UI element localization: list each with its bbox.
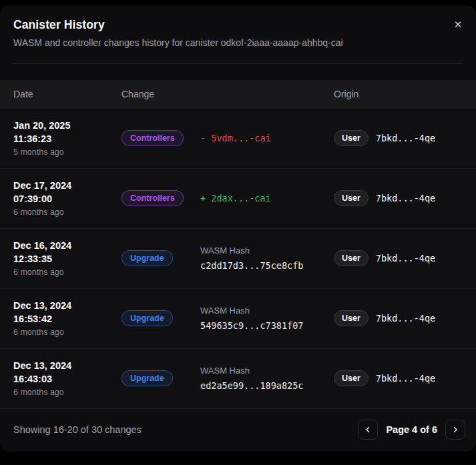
origin-badge: User — [334, 130, 369, 146]
wasm-hash-block: WASM Hash c2dd17d3...75ce8cfb — [200, 246, 303, 271]
change-cell: Controllers - 5vdm...-cai — [122, 130, 334, 146]
row-time: 12:33:35 — [13, 253, 122, 266]
column-header-origin: Origin — [334, 89, 468, 99]
change-type-badge: Upgrade — [122, 310, 173, 326]
origin-cell: User 7bkd...-4qe — [334, 190, 468, 206]
table-row: Dec 13, 2024 16:53:42 6 months ago Upgra… — [0, 289, 476, 349]
modal-header: Canister History WASM and controller cha… — [0, 5, 476, 64]
close-button[interactable]: ✕ — [451, 17, 465, 31]
change-cell: Upgrade WASM Hash c2dd17d3...75ce8cfb — [122, 246, 334, 271]
origin-principal: 7bkd...-4qe — [376, 253, 435, 264]
date-cell: Dec 17, 2024 07:39:00 6 months ago — [13, 179, 122, 217]
wasm-hash-value: c2dd17d3...75ce8cfb — [200, 260, 303, 271]
row-relative-time: 6 months ago — [13, 388, 122, 397]
page-indicator: Page 4 of 6 — [386, 424, 437, 435]
row-relative-time: 6 months ago — [13, 328, 122, 337]
origin-cell: User 7bkd...-4qe — [334, 370, 468, 386]
pagination: Page 4 of 6 — [358, 420, 465, 440]
wasm-hash-label: WASM Hash — [200, 366, 303, 376]
chevron-right-icon — [451, 426, 459, 434]
change-cell: Upgrade WASM Hash 549635c9...c7381f07 — [122, 306, 334, 331]
column-header-date: Date — [13, 89, 122, 99]
modal-footer: Showing 16-20 of 30 changes Page 4 of 6 — [0, 420, 476, 440]
change-type-badge: Upgrade — [122, 250, 173, 266]
row-time: 16:43:03 — [13, 373, 122, 386]
modal-subtitle: WASM and controller changes history for … — [13, 37, 463, 49]
table-header-row: Date Change Origin — [0, 80, 476, 109]
controller-diff-removed: - 5vdm...-cai — [200, 133, 271, 143]
wasm-hash-label: WASM Hash — [200, 306, 303, 316]
change-type-badge: Controllers — [122, 130, 184, 146]
row-relative-time: 6 months ago — [13, 268, 122, 277]
origin-cell: User 7bkd...-4qe — [334, 250, 468, 266]
chevron-left-icon — [364, 426, 372, 434]
row-date: Dec 13, 2024 — [13, 360, 122, 373]
controller-diff-added: + 2dax...-cai — [200, 193, 271, 203]
origin-principal: 7bkd...-4qe — [376, 313, 435, 324]
modal-title: Canister History — [13, 18, 463, 32]
row-relative-time: 5 months ago — [13, 147, 122, 157]
table-row: Dec 13, 2024 16:43:03 6 months ago Upgra… — [0, 349, 476, 409]
wasm-hash-value: ed2a5e99...189a825c — [200, 380, 303, 391]
table-row: Jan 20, 2025 11:36:23 5 months ago Contr… — [0, 109, 476, 169]
pagination-summary: Showing 16-20 of 30 changes — [13, 424, 142, 435]
change-type-badge: Controllers — [122, 190, 184, 206]
origin-principal: 7bkd...-4qe — [376, 373, 435, 384]
wasm-hash-label: WASM Hash — [200, 246, 303, 256]
header-divider — [13, 63, 463, 64]
origin-badge: User — [334, 370, 369, 386]
column-header-change: Change — [122, 89, 334, 99]
origin-principal: 7bkd...-4qe — [376, 193, 435, 203]
previous-page-button[interactable] — [358, 420, 378, 440]
origin-cell: User 7bkd...-4qe — [334, 130, 468, 146]
wasm-hash-block: WASM Hash ed2a5e99...189a825c — [200, 366, 303, 391]
row-date: Dec 16, 2024 — [13, 240, 122, 253]
next-page-button[interactable] — [445, 420, 465, 440]
row-time: 11:36:23 — [13, 133, 122, 146]
table-row: Dec 16, 2024 12:33:35 6 months ago Upgra… — [0, 229, 476, 289]
origin-badge: User — [334, 310, 369, 326]
change-type-badge: Upgrade — [122, 370, 173, 386]
canister-history-modal: Canister History WASM and controller cha… — [0, 5, 476, 452]
origin-principal: 7bkd...-4qe — [376, 133, 435, 143]
row-time: 16:53:42 — [13, 313, 122, 326]
wasm-hash-value: 549635c9...c7381f07 — [200, 320, 303, 331]
table-row: Dec 17, 2024 07:39:00 6 months ago Contr… — [0, 169, 476, 229]
row-date: Dec 13, 2024 — [13, 300, 122, 313]
row-time: 07:39:00 — [13, 193, 122, 206]
wasm-hash-block: WASM Hash 549635c9...c7381f07 — [200, 306, 303, 331]
date-cell: Dec 16, 2024 12:33:35 6 months ago — [13, 240, 122, 277]
change-cell: Controllers + 2dax...-cai — [122, 190, 334, 206]
close-icon: ✕ — [454, 19, 463, 29]
date-cell: Jan 20, 2025 11:36:23 5 months ago — [13, 119, 122, 157]
row-relative-time: 6 months ago — [13, 207, 122, 217]
origin-badge: User — [334, 250, 369, 266]
origin-cell: User 7bkd...-4qe — [334, 310, 468, 326]
change-cell: Upgrade WASM Hash ed2a5e99...189a825c — [122, 366, 334, 391]
date-cell: Dec 13, 2024 16:43:03 6 months ago — [13, 360, 122, 397]
row-date: Dec 17, 2024 — [13, 179, 122, 193]
row-date: Jan 20, 2025 — [13, 119, 122, 133]
origin-badge: User — [334, 190, 369, 206]
date-cell: Dec 13, 2024 16:53:42 6 months ago — [13, 300, 122, 337]
